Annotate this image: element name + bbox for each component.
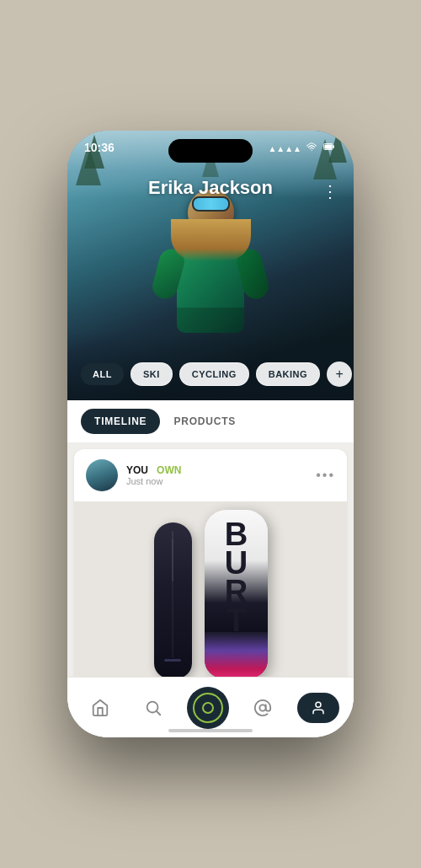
section-tabs-row: TIMELINE PRODUCTS — [67, 400, 354, 442]
own-label: OWN — [157, 464, 181, 476]
post-card: YOU OWN Just now ••• — [74, 449, 347, 687]
nav-mention[interactable] — [244, 689, 281, 726]
avatar — [86, 459, 118, 491]
snowboard-right: B U R T — [205, 510, 268, 678]
product-image: B U R T — [74, 501, 347, 687]
post-username: YOU OWN — [126, 464, 181, 476]
brand-text: B U R T — [205, 518, 268, 636]
dynamic-island — [168, 139, 253, 163]
snowboard-container: B U R T — [154, 510, 268, 678]
tab-timeline[interactable]: TIMELINE — [81, 409, 160, 434]
post-more-button[interactable]: ••• — [316, 468, 335, 483]
nav-search[interactable] — [135, 689, 172, 726]
status-time: 10:36 — [84, 141, 115, 154]
category-tab-baking[interactable]: BAKING — [256, 362, 320, 386]
screen: 10:36 ▲▲▲▲ — [67, 131, 354, 737]
phone-shell: 10:36 ▲▲▲▲ — [67, 131, 354, 737]
post-header: YOU OWN Just now ••• — [74, 449, 347, 501]
post-timestamp: Just now — [126, 476, 181, 486]
nav-center-ring — [193, 693, 223, 723]
wifi-icon — [306, 142, 317, 156]
you-label: YOU — [126, 464, 148, 476]
svg-point-3 — [147, 701, 157, 712]
section-tab-timeline-wrapper: TIMELINE — [81, 409, 160, 434]
avatar-image — [86, 459, 118, 491]
post-header-left: YOU OWN Just now — [86, 459, 181, 491]
home-indicator — [168, 729, 253, 732]
nav-profile-button[interactable] — [297, 693, 339, 723]
svg-line-4 — [157, 711, 160, 715]
category-tab-ski[interactable]: SKI — [131, 362, 173, 386]
hero-more-button[interactable]: ⋮ — [322, 181, 340, 201]
status-icons: ▲▲▲▲ — [268, 141, 337, 156]
category-tabs: ALL SKI CYCLING BAKING + — [67, 362, 354, 387]
signal-icon: ▲▲▲▲ — [268, 144, 301, 153]
nav-center-dot — [202, 702, 214, 714]
svg-point-5 — [260, 705, 266, 710]
category-tab-all[interactable]: ALL — [81, 363, 124, 385]
nav-home[interactable] — [82, 689, 119, 726]
add-category-button[interactable]: + — [327, 362, 352, 387]
profile-name: Erika Jackson — [67, 177, 354, 199]
category-tab-cycling[interactable]: CYCLING — [179, 362, 249, 386]
battery-icon — [322, 141, 337, 156]
svg-point-6 — [316, 702, 321, 707]
snowboard-left — [154, 522, 192, 678]
post-meta: YOU OWN Just now — [126, 464, 181, 486]
svg-rect-1 — [333, 145, 334, 148]
tab-products[interactable]: PRODUCTS — [160, 409, 249, 434]
nav-record-button[interactable] — [187, 687, 229, 729]
svg-rect-2 — [324, 144, 332, 148]
